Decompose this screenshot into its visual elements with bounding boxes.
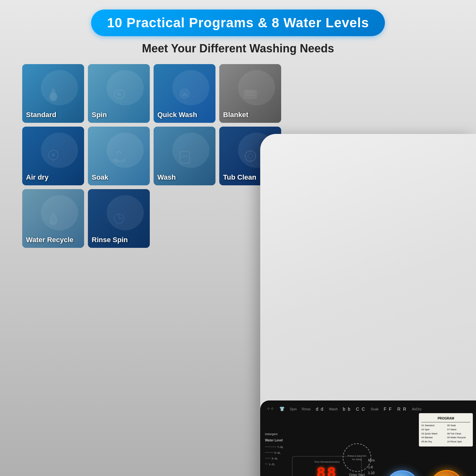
programs-grid: Standard Spin Quick Wash [22,64,286,310]
start-button[interactable] [386,470,419,476]
rinsespin-icon [109,209,129,228]
svg-point-7 [51,153,55,157]
program-card-standard[interactable]: Standard [22,64,84,123]
prog-04: 04 Blanket [421,436,445,440]
control-symbols-row: ⁘⁘ 👕 Spin Rinse d d Wash b b C C Soak F … [260,400,476,412]
prog-06: 06 Soak [447,424,470,428]
card-label-standard: Standard [26,111,56,119]
sym-rinse-label: Rinse [302,407,311,411]
machine-controls: PROGRAM 01 Standard 02 Spin 03 Quick Was… [260,400,476,476]
program-list: 01 Standard 02 Spin 03 Quick Wash 04 Bla… [421,424,470,444]
machine-section: PROGRAM 01 Standard 02 Spin 03 Quick Was… [286,64,463,476]
sym-ff: F F [384,407,392,412]
sym-shirt: 👕 [279,406,285,412]
delay-start-area: Press 2 seconds for delay Delay Start [343,443,371,476]
program-card-spin[interactable]: Spin [88,64,150,123]
header-badge: 10 Practical Programs & 8 Water Levels [91,10,385,36]
sym-rr: R R [397,407,407,412]
water-level-info: Detergent Water Level 〰〰〰〰 7–8L 〰〰〰 5–6L… [265,432,284,467]
card-label-spin: Spin [92,111,107,119]
programs-section: Standard Spin Quick Wash [13,64,286,476]
blanket-icon [241,84,260,103]
program-label-board: PROGRAM 01 Standard 02 Spin 03 Quick Was… [419,413,473,446]
program-card-blanket[interactable]: Blanket [219,64,281,123]
wash-icon [175,147,194,166]
card-label-tubclean: Tub Clean [223,173,256,182]
sym-dd: d d [316,407,324,412]
water-78: 〰〰〰〰 7–8L [265,444,284,450]
card-label-airdry: Air dry [26,173,49,182]
sym-wash-label: Wash [329,407,338,411]
prog-07: 07 Wash [447,428,470,432]
prog-01: 01 Standard [421,424,445,428]
delay-circle[interactable]: Press 2 seconds for delay [343,443,371,472]
card-label-wash: Wash [157,173,176,182]
quickwash-icon [175,84,194,103]
svg-point-11 [248,154,253,158]
power-button[interactable]: ⏻ [430,470,463,476]
water-drop-icon [44,84,63,103]
card-label-blanket: Blanket [223,111,248,119]
prog-09: 09 Water Recycle [447,436,470,440]
prog-05: 05 Air Dry [421,440,445,444]
sym-bubble: ⁘⁘ [267,406,274,412]
display-number: 88 [316,465,337,476]
waterrecycle-icon [44,209,63,228]
water-56: 〰〰〰 5–6L [265,450,284,456]
water-level-title: Water Level [265,438,284,443]
content-area: Standard Spin Quick Wash [13,64,463,476]
display-time-label: Time Remain(minutes) [314,460,340,464]
svg-point-1 [117,92,121,96]
water-level-rows: 〰〰〰〰 7–8L 〰〰〰 5–6L 〰〰 3–4L 〰 1–2L [265,444,284,467]
program-card-quickwash[interactable]: Quick Wash [154,64,215,123]
airdry-icon [44,147,63,166]
badge-text: 10 Practical Programs & 8 Water Levels [107,15,369,30]
sym-airdry-label: AirDry [412,407,422,411]
power-btn-group: ⏻ Power [430,470,463,476]
water-12: 〰 1–2L [265,461,284,467]
prog-10: 10 Rinse Spin [447,440,470,444]
card-label-rinsespin: Rinse Spin [92,236,128,244]
program-board-title: PROGRAM [421,416,470,422]
card-label-quickwash: Quick Wash [157,111,197,119]
prog-08: 08 Tub Clean [447,432,470,436]
subtitle: Meet Your Different Washing Needs [142,42,334,55]
program-list-col1: 01 Standard 02 Spin 03 Quick Wash 04 Bla… [421,424,445,444]
program-list-col2: 06 Soak 07 Wash 08 Tub Clean 09 Water Re… [447,424,470,444]
prog-03: 03 Quick Wash [421,432,445,436]
spin-icon [109,84,129,103]
program-card-soak[interactable]: Soak [88,127,150,185]
sym-spin-label: Spin [290,407,297,411]
svg-rect-4 [246,91,255,93]
svg-rect-5 [246,94,255,96]
card-label-soak: Soak [92,173,109,182]
sym-soak-label: Soak [371,407,379,411]
page-container: 10 Practical Programs & 8 Water Levels M… [0,0,476,476]
detergent-label: Detergent [265,432,284,437]
delay-start-label: Delay Start [343,473,371,476]
delay-press-label: Press 2 seconds for delay [346,454,368,461]
card-label-waterrecycle: Water Recycle [26,236,74,244]
soak-icon [109,147,129,166]
machine-body: PROGRAM 01 Standard 02 Spin 03 Quick Was… [260,134,476,476]
sym-bb: b b [343,407,351,412]
start-btn-group: Start/P [386,470,419,476]
water-34: 〰〰 3–4L [265,456,284,461]
program-card-airdry[interactable]: Air dry [22,127,84,185]
svg-rect-9 [180,151,189,163]
sym-cc: C C [356,407,366,412]
program-card-rinsespin[interactable]: Rinse Spin [88,189,150,248]
program-card-wash[interactable]: Wash [154,127,215,185]
tubclean-icon [241,147,260,166]
program-card-waterrecycle[interactable]: Water Recycle [22,189,84,248]
prog-02: 02 Spin [421,428,445,432]
